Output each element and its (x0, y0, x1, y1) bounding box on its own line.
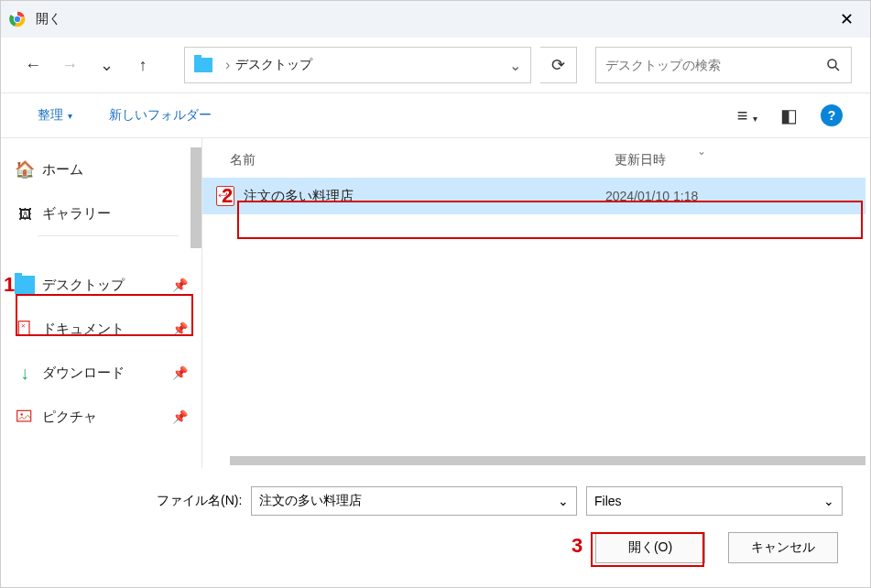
breadcrumb-path[interactable]: デスクトップ (235, 57, 312, 73)
recent-button[interactable]: ⌄ (93, 51, 120, 79)
chrome-icon (8, 10, 27, 28)
caret-down-icon: ▾ (68, 111, 72, 121)
sidebar: ホーム 🖼 ギャラリー デスクトップ 📌 ドキュメント 📌 ↓ ダウンロード 📌… (1, 138, 202, 468)
folder-icon (194, 58, 212, 72)
filename-value: 注文の多い料理店 (259, 493, 362, 509)
svg-line-4 (835, 67, 839, 71)
pin-icon: 📌 (172, 365, 188, 380)
desktop-icon (15, 276, 35, 294)
search-input[interactable] (605, 58, 825, 72)
column-date[interactable]: 更新日時 ⌄ (615, 152, 752, 169)
sidebar-item-downloads[interactable]: ↓ ダウンロード 📌 (1, 351, 201, 395)
chevron-down-icon[interactable]: ⌄ (558, 494, 569, 508)
file-row[interactable]: 注文の多い料理店 2024/01/10 1:18 (202, 178, 866, 214)
sidebar-item-documents[interactable]: ドキュメント 📌 (1, 307, 201, 351)
sidebar-item-gallery[interactable]: 🖼 ギャラリー (1, 191, 201, 235)
sidebar-label-documents: ドキュメント (42, 321, 125, 338)
column-name[interactable]: 名前 (230, 152, 615, 169)
address-bar[interactable]: › デスクトップ ⌄ (184, 47, 531, 83)
file-name: 注文の多い料理店 (244, 188, 354, 205)
cancel-button[interactable]: キャンセル (728, 532, 838, 563)
sort-indicator-icon: ⌄ (697, 145, 706, 158)
sidebar-label-desktop: デスクトップ (42, 277, 125, 294)
footer: ファイル名(N): 注文の多い料理店 ⌄ Files ⌄ 開く(O) キャンセル (1, 468, 870, 582)
open-button[interactable]: 開く(O) (595, 532, 705, 563)
nav-row: ← → ⌄ ↑ › デスクトップ ⌄ ⟳ (1, 38, 870, 93)
svg-point-3 (828, 60, 836, 68)
dialog-title: 開く (36, 11, 61, 27)
documents-icon (15, 320, 35, 338)
annotation-1: 1 (4, 273, 15, 297)
pin-icon: 📌 (172, 278, 188, 292)
filetype-select[interactable]: Files ⌄ (586, 486, 843, 516)
svg-point-2 (14, 16, 21, 23)
filetype-value: Files (594, 494, 622, 508)
svg-rect-5 (18, 321, 29, 335)
downloads-icon: ↓ (15, 364, 35, 382)
sidebar-item-home[interactable]: ホーム (1, 147, 201, 191)
sidebar-divider (38, 235, 179, 263)
chevron-down-icon[interactable]: ⌄ (823, 494, 834, 508)
organize-menu[interactable]: 整理 ▾ (38, 107, 72, 124)
pictures-icon (15, 408, 35, 426)
file-date: 2024/01/10 1:18 (605, 189, 698, 203)
forward-button[interactable]: → (56, 51, 83, 79)
filename-label: ファイル名(N): (157, 493, 242, 509)
sidebar-label-home: ホーム (42, 161, 83, 179)
column-headers: 名前 更新日時 ⌄ (202, 138, 870, 178)
chevron-down-icon[interactable]: ⌄ (509, 57, 521, 74)
sidebar-label-pictures: ピクチャ (42, 408, 97, 426)
toolbar: 整理 ▾ 新しいフォルダー ≡ ▾ ◧ ? (1, 93, 870, 138)
pin-icon: 📌 (172, 409, 188, 424)
home-icon (15, 160, 35, 179)
pin-icon: 📌 (172, 321, 188, 336)
search-box[interactable] (595, 47, 852, 83)
annotation-2: 2 (222, 184, 233, 208)
file-list: 名前 更新日時 ⌄ 注文の多い料理店 2024/01/10 1:18 (202, 138, 870, 468)
titlebar: 開く ✕ (1, 1, 870, 38)
sidebar-label-downloads: ダウンロード (42, 365, 125, 382)
help-button[interactable]: ? (821, 104, 843, 126)
crumb-separator: › (225, 57, 230, 73)
view-menu-icon[interactable]: ≡ ▾ (737, 105, 757, 126)
new-folder-button[interactable]: 新しいフォルダー (109, 107, 212, 124)
annotation-3: 3 (572, 534, 582, 558)
back-button[interactable]: ← (19, 51, 47, 79)
filename-input[interactable]: 注文の多い料理店 ⌄ (251, 486, 577, 516)
organize-label: 整理 (38, 107, 63, 124)
search-icon[interactable] (825, 57, 842, 73)
up-button[interactable]: ↑ (129, 51, 157, 79)
preview-pane-icon[interactable]: ◧ (780, 104, 798, 126)
gallery-icon: 🖼 (15, 204, 35, 223)
refresh-button[interactable]: ⟳ (540, 47, 577, 83)
horizontal-scrollbar[interactable] (230, 456, 866, 465)
sidebar-label-gallery: ギャラリー (42, 205, 111, 223)
sidebar-item-desktop[interactable]: デスクトップ 📌 (1, 263, 201, 307)
svg-point-7 (20, 413, 23, 416)
close-icon[interactable]: ✕ (831, 5, 863, 33)
sidebar-item-pictures[interactable]: ピクチャ 📌 (1, 395, 201, 439)
